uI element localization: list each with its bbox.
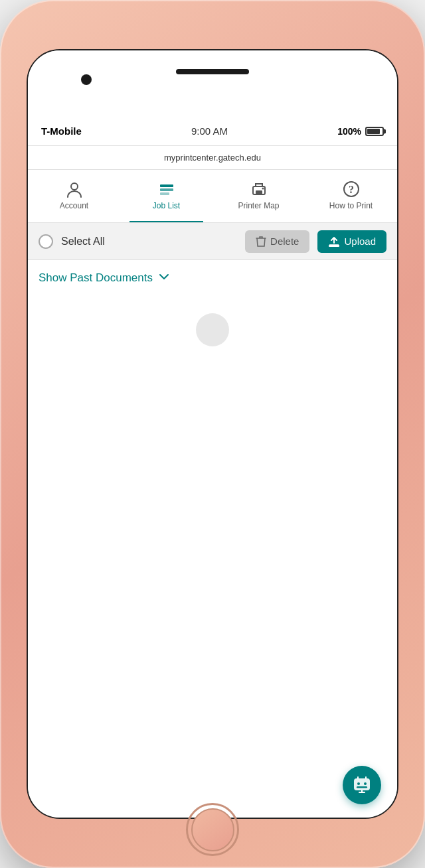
- battery-fill: [367, 129, 380, 134]
- tab-account-label: Account: [60, 201, 88, 210]
- show-past-docs-label: Show Past Documents: [39, 271, 153, 285]
- svg-text:?: ?: [349, 184, 354, 195]
- home-button[interactable]: [186, 803, 239, 856]
- carrier-label: T-Mobile: [41, 125, 82, 137]
- printer-map-icon: [250, 180, 268, 198]
- select-all-checkbox[interactable]: [39, 234, 53, 249]
- svg-rect-3: [160, 192, 169, 195]
- trash-icon: [256, 236, 266, 248]
- chatbot-button[interactable]: [343, 766, 381, 804]
- tab-how-to-print-label: How to Print: [329, 201, 373, 210]
- loading-spinner: [196, 313, 229, 346]
- tab-account[interactable]: Account: [28, 170, 120, 222]
- time-label: 9:00 AM: [191, 125, 228, 137]
- tab-printer-map-label: Printer Map: [238, 201, 279, 210]
- svg-point-12: [364, 782, 367, 785]
- tab-printer-map[interactable]: Printer Map: [212, 170, 305, 222]
- phone-device: T-Mobile 9:00 AM 100% myprintcenter.gate…: [0, 0, 425, 868]
- battery-icon: [365, 127, 384, 136]
- select-all-label: Select All: [61, 236, 237, 248]
- delete-label: Delete: [270, 236, 299, 247]
- phone-top-bar: [28, 50, 397, 117]
- url-bar[interactable]: myprintcenter.gatech.edu: [28, 146, 397, 170]
- url-text: myprintcenter.gatech.edu: [164, 153, 261, 163]
- phone-screen: T-Mobile 9:00 AM 100% myprintcenter.gate…: [27, 49, 398, 819]
- tab-how-to-print[interactable]: ? How to Print: [305, 170, 397, 222]
- battery-area: 100%: [337, 126, 384, 137]
- delete-button[interactable]: Delete: [245, 230, 309, 253]
- upload-icon: [328, 236, 340, 248]
- svg-point-0: [71, 183, 78, 190]
- spinner-circle: [196, 313, 229, 346]
- battery-percent: 100%: [337, 126, 361, 137]
- how-to-print-icon: ?: [342, 180, 361, 198]
- action-bar: Select All Delete Upload: [28, 223, 397, 260]
- status-bar: T-Mobile 9:00 AM 100%: [28, 117, 397, 146]
- svg-rect-1: [160, 184, 173, 187]
- chatbot-icon: [351, 774, 373, 796]
- svg-rect-2: [160, 188, 173, 191]
- svg-rect-13: [357, 786, 367, 788]
- upload-button[interactable]: Upload: [317, 230, 386, 253]
- svg-point-6: [262, 187, 264, 189]
- svg-point-11: [357, 782, 360, 785]
- home-button-inner: [191, 808, 234, 851]
- speaker-bar: [176, 69, 249, 74]
- job-list-icon: [157, 180, 176, 198]
- content-area: Show Past Documents: [28, 260, 397, 819]
- nav-tabs: Account Job List Printer Ma: [28, 170, 397, 223]
- upload-label: Upload: [344, 236, 376, 247]
- svg-rect-10: [354, 778, 370, 790]
- show-past-documents[interactable]: Show Past Documents: [39, 271, 386, 285]
- front-camera: [81, 74, 92, 85]
- svg-rect-5: [256, 190, 262, 194]
- account-icon: [65, 180, 84, 198]
- chevron-down-icon: [158, 271, 170, 285]
- tab-job-list-label: Job List: [153, 201, 180, 210]
- tab-job-list[interactable]: Job List: [120, 170, 212, 222]
